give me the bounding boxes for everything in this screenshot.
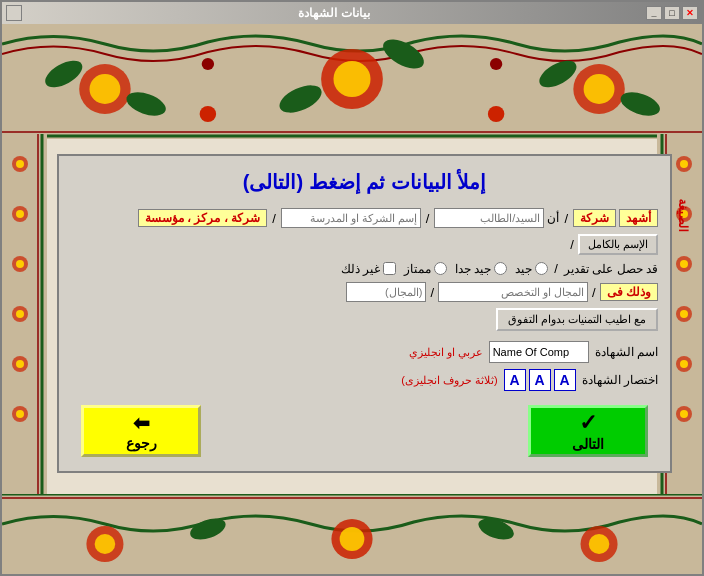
svg-point-44	[16, 410, 24, 418]
letter-boxes: A A A	[504, 369, 576, 391]
svg-point-27	[589, 534, 610, 554]
form-heading: إملأ البيانات ثم إضغط (التالى)	[71, 170, 658, 194]
main-content: الصيغة إملأ البيانات ثم إضغط (التالى) أش…	[2, 24, 702, 574]
window-title: بيانات الشهادة	[298, 6, 369, 20]
svg-point-23	[95, 534, 116, 554]
letter-box-1[interactable]: A	[504, 369, 526, 391]
specialization-input[interactable]	[438, 282, 588, 302]
field-sep2: /	[430, 285, 434, 300]
svg-point-6	[584, 74, 615, 104]
radio-jayyid-input[interactable]	[535, 262, 548, 275]
svg-point-36	[16, 210, 24, 218]
svg-point-53	[680, 260, 688, 268]
label-ashhaad: أشهد	[619, 209, 658, 227]
svg-point-34	[16, 160, 24, 168]
svg-point-42	[16, 360, 24, 368]
checkbox-ghayr-input[interactable]	[383, 262, 396, 275]
back-icon: ⬅	[133, 411, 150, 435]
svg-point-57	[680, 360, 688, 368]
radio-jayyid-jiddan-input[interactable]	[494, 262, 507, 275]
student-name-input[interactable]	[434, 208, 544, 228]
field-sep: /	[592, 285, 596, 300]
minimize-button[interactable]: _	[646, 6, 662, 20]
congrats-button[interactable]: مع اطيب التمنيات بدوام التفوق	[496, 308, 658, 331]
sygha-label: الصيغة	[676, 199, 690, 232]
radio-ghayr-label: غير ذلك	[341, 262, 380, 276]
svg-point-49	[680, 160, 688, 168]
abbr-hint: (ثلاثة حروف انجليزى)	[401, 374, 497, 387]
radio-jayyid[interactable]: جيد	[515, 262, 548, 276]
row-field: وذلك فى / /	[71, 282, 658, 302]
label-org-type: شركة ، مركز ، مؤسسة	[138, 209, 267, 227]
cert-name-label: اسم الشهادة	[595, 345, 658, 359]
label-sharika: شركة	[573, 209, 616, 227]
svg-point-2	[90, 74, 121, 104]
sep1: /	[564, 211, 568, 226]
svg-point-59	[680, 410, 688, 418]
lang-label: عربي او انجليزي	[409, 346, 483, 359]
label-an: أن	[547, 211, 559, 225]
svg-point-55	[680, 310, 688, 318]
rating-label: قد حصل على تقدير	[564, 262, 658, 276]
titlebar-buttons: _ □ ✕	[646, 6, 698, 20]
label-wathalikafy: وذلك فى	[600, 283, 658, 301]
titlebar: بيانات الشهادة _ □ ✕	[2, 2, 702, 24]
row-rating: قد حصل على تقدير / جيد جيد جدا ممتاز	[71, 261, 658, 276]
window-icon	[6, 5, 22, 21]
row-witness: أشهد شركة / أن / / شركة ، مركز ، مؤسسة	[71, 208, 658, 228]
letter-box-2[interactable]: A	[529, 369, 551, 391]
main-window: بيانات الشهادة _ □ ✕	[0, 0, 704, 576]
next-button[interactable]: ✓ التالى	[528, 405, 648, 457]
next-label: التالى	[572, 436, 604, 452]
radio-jayyid-jiddan[interactable]: جيد جدا	[455, 262, 507, 276]
svg-point-15	[200, 106, 216, 122]
svg-point-40	[16, 310, 24, 318]
fullname-sep: /	[570, 237, 574, 252]
row-congrats: مع اطيب التمنيات بدوام التفوق	[71, 308, 658, 331]
back-button[interactable]: ⬅ رجوع	[81, 405, 201, 457]
radio-group: جيد جيد جدا ممتاز غير ذلك	[341, 262, 549, 276]
radio-jayyid-jiddan-label: جيد جدا	[455, 262, 491, 276]
svg-point-16	[488, 106, 504, 122]
rating-sep: /	[554, 261, 558, 276]
fullname-button[interactable]: الإسم بالكامل	[578, 234, 658, 255]
sep3: /	[272, 211, 276, 226]
radio-mumtaz-input[interactable]	[434, 262, 447, 275]
form-panel: إملأ البيانات ثم إضغط (التالى) أشهد شركة…	[57, 154, 672, 473]
school-name-input[interactable]	[281, 208, 421, 228]
svg-point-25	[340, 527, 365, 551]
cert-name-input[interactable]	[489, 341, 589, 363]
back-label: رجوع	[126, 435, 157, 451]
sep2: /	[426, 211, 430, 226]
svg-point-13	[202, 58, 214, 70]
radio-mumtaz-label: ممتاز	[404, 262, 431, 276]
radio-mumtaz[interactable]: ممتاز	[404, 262, 447, 276]
svg-point-38	[16, 260, 24, 268]
nav-buttons: ✓ التالى ⬅ رجوع	[71, 405, 658, 457]
maximize-button[interactable]: □	[664, 6, 680, 20]
row-fullname: الإسم بالكامل /	[71, 234, 658, 255]
radio-ghayr[interactable]: غير ذلك	[341, 262, 396, 276]
radio-jayyid-label: جيد	[515, 262, 532, 276]
next-icon: ✓	[579, 410, 597, 436]
close-button[interactable]: ✕	[682, 6, 698, 20]
row-abbr: اختصار الشهادة A A A (ثلاثة حروف انجليزى…	[71, 369, 658, 391]
field-input[interactable]	[346, 282, 426, 302]
row-cert-name: اسم الشهادة عربي او انجليزي	[71, 341, 658, 363]
abbr-label: اختصار الشهادة	[582, 373, 658, 387]
letter-box-3[interactable]: A	[554, 369, 576, 391]
svg-point-14	[490, 58, 502, 70]
svg-point-4	[333, 61, 370, 97]
